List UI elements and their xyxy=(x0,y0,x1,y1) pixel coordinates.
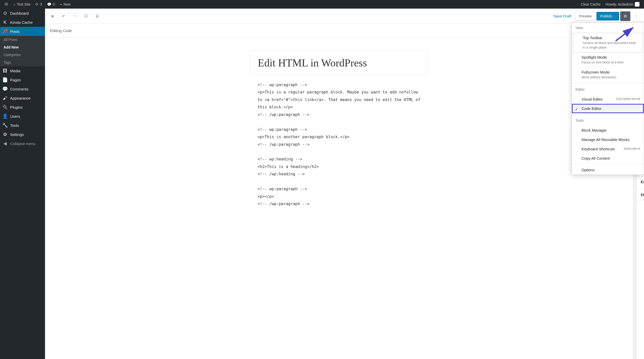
menu-reusable-blocks[interactable]: Manage All Reusable Blocks xyxy=(572,135,644,144)
kinsta-icon: K xyxy=(3,20,8,25)
dropdown-view-header: View xyxy=(572,23,644,33)
home-icon: ⌂ xyxy=(13,2,15,6)
sidebar-sub-categories[interactable]: Categories xyxy=(0,51,45,59)
plus-circle-icon: ⊕ xyxy=(51,14,54,18)
info-button[interactable]: ⓘ xyxy=(81,11,91,21)
settings-discussion[interactable]: Discussion xyxy=(637,189,644,201)
plug-icon: 🔌 xyxy=(3,105,8,110)
editor-toolbar: ⊕ ↶ ↷ ⓘ ☰ Save Draft Preview Publish… ⚙ … xyxy=(45,9,644,24)
sidebar-sub-all-posts[interactable]: All Posts xyxy=(0,36,45,43)
updates-count: 3 xyxy=(40,2,42,6)
editor-main: Edit HTML in WordPress <!-- wp:paragraph… xyxy=(45,38,633,359)
menu-keyboard-shortcuts[interactable]: Keyboard Shortcuts Shift+Alt+H xyxy=(572,144,644,154)
dropdown-tools-header: Tools xyxy=(572,115,644,126)
pin-icon: 📌 xyxy=(3,29,8,34)
menu-fullscreen-mode[interactable]: Fullscreen Mode Work without distraction xyxy=(572,67,644,82)
preview-button[interactable]: Preview xyxy=(575,12,595,20)
more-menu-dropdown: View Top Toolbar Access all block and do… xyxy=(572,22,644,175)
menu-spotlight-mode[interactable]: Spotlight Mode Focus on one block at a t… xyxy=(572,53,644,67)
menu-copy-all-content[interactable]: Copy All Content xyxy=(572,154,644,163)
menu-options[interactable]: Options xyxy=(572,165,644,175)
admin-bar: ⓦ ⌂Test Site ⟳3 💬0 +New Clear Cache Howd… xyxy=(0,0,644,9)
editing-code-label: Editing Code xyxy=(50,29,72,33)
dashboard-icon: ⊙ xyxy=(3,11,8,16)
comments-icon: 💬 xyxy=(3,86,8,91)
wordpress-icon: ⓦ xyxy=(5,2,8,7)
undo-icon: ↶ xyxy=(62,14,65,18)
sidebar-item-tools[interactable]: 🔧Tools xyxy=(0,121,45,130)
settings-excerpt[interactable]: Excerpt⌄ xyxy=(637,176,644,189)
comments-link[interactable]: 💬0 xyxy=(45,0,57,9)
wp-logo[interactable]: ⓦ xyxy=(2,0,11,9)
sliders-icon: ⚙ xyxy=(3,132,8,137)
site-name: Test Site xyxy=(17,2,30,6)
info-icon: ⓘ xyxy=(84,14,88,18)
sidebar-item-comments[interactable]: 💬Comments xyxy=(0,84,45,93)
sidebar-item-plugins[interactable]: 🔌Plugins xyxy=(0,103,45,112)
admin-bar-right: Clear Cache Howdy, testadmin xyxy=(578,0,642,9)
sidebar-item-appearance[interactable]: 🖌Appearance xyxy=(0,93,45,103)
sidebar-item-pages[interactable]: 📄Pages xyxy=(0,75,45,84)
sidebar-sub-tags[interactable]: Tags xyxy=(0,59,45,66)
sidebar-item-dashboard[interactable]: ⊙Dashboard xyxy=(0,9,45,18)
new-content-link[interactable]: +New xyxy=(57,0,73,9)
sidebar-posts-submenu: All Posts Add New Categories Tags xyxy=(0,36,45,66)
sidebar-item-users[interactable]: 👤Users xyxy=(0,112,45,121)
post-title-input[interactable]: Edit HTML in WordPress xyxy=(250,51,427,75)
kebab-icon: ⋮ xyxy=(635,14,638,18)
code-editor-textarea[interactable]: <!-- wp:paragraph --> <p>This is a regul… xyxy=(250,75,427,214)
dropdown-editor-header: Editor xyxy=(572,84,644,94)
site-name-link[interactable]: ⌂Test Site xyxy=(11,0,33,9)
check-icon: ✓ xyxy=(575,107,578,112)
post-title: Edit HTML in WordPress xyxy=(258,57,420,69)
sidebar-item-settings[interactable]: ⚙Settings xyxy=(0,130,45,139)
editor-subheader: Editing Code Exit Code Editor✕ xyxy=(45,24,644,38)
refresh-icon: ⟳ xyxy=(35,2,38,6)
sidebar-item-media[interactable]: 🖾Media xyxy=(0,66,45,75)
menu-top-toolbar[interactable]: Top Toolbar Access all block and documen… xyxy=(573,33,642,52)
sidebar-item-posts[interactable]: 📌Posts xyxy=(0,27,45,36)
menu-block-manager[interactable]: Block Manager xyxy=(572,126,644,135)
wrench-icon: 🔧 xyxy=(3,123,8,128)
user-icon: 👤 xyxy=(3,114,8,119)
gear-icon: ⚙ xyxy=(624,14,627,18)
admin-sidebar: ⊙Dashboard KKinsta Cache 📌Posts All Post… xyxy=(0,9,45,359)
pages-icon: 📄 xyxy=(3,77,8,82)
comment-icon: 💬 xyxy=(47,2,51,6)
admin-bar-left: ⓦ ⌂Test Site ⟳3 💬0 +New xyxy=(2,0,73,9)
new-label: New xyxy=(63,2,71,6)
menu-code-editor[interactable]: ✓ Code Editor xyxy=(572,104,644,113)
list-icon: ☰ xyxy=(96,14,99,18)
publish-button[interactable]: Publish… xyxy=(596,12,619,20)
plus-icon: + xyxy=(60,2,62,6)
sidebar-sub-add-new[interactable]: Add New xyxy=(0,43,45,51)
howdy-link[interactable]: Howdy, testadmin xyxy=(603,0,642,9)
undo-button[interactable]: ↶ xyxy=(59,11,69,21)
collapse-icon: ◀ xyxy=(3,141,8,146)
clear-cache-link[interactable]: Clear Cache xyxy=(578,0,603,9)
sidebar-item-collapse[interactable]: ◀Collapse menu xyxy=(0,139,45,148)
redo-button[interactable]: ↷ xyxy=(70,11,80,21)
editor-area: ⊕ ↶ ↷ ⓘ ☰ Save Draft Preview Publish… ⚙ … xyxy=(45,9,644,359)
media-icon: 🖾 xyxy=(3,68,8,73)
sidebar-item-kinsta-cache[interactable]: KKinsta Cache xyxy=(0,18,45,27)
more-menu-button[interactable]: ⋮ xyxy=(631,12,641,20)
comments-count: 0 xyxy=(53,2,55,6)
avatar xyxy=(635,2,639,7)
menu-visual-editor[interactable]: Visual Editor Ctrl+Shift+Alt+M xyxy=(572,94,644,104)
redo-icon: ↷ xyxy=(73,14,76,18)
updates-link[interactable]: ⟳3 xyxy=(33,0,45,9)
save-draft-link[interactable]: Save Draft xyxy=(550,14,574,18)
brush-icon: 🖌 xyxy=(3,95,8,101)
settings-toggle-button[interactable]: ⚙ xyxy=(620,11,630,21)
add-block-button[interactable]: ⊕ xyxy=(48,11,58,21)
outline-button[interactable]: ☰ xyxy=(92,11,102,21)
